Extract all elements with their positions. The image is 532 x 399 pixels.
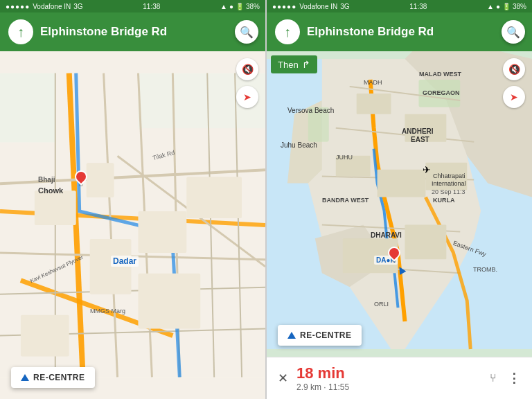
goregaon-label: GOREGAON	[423, 89, 460, 96]
svg-rect-16	[378, 170, 426, 197]
date-label: 20 Sep 11:3	[432, 188, 466, 195]
more-options-button[interactable]: ⋮	[508, 371, 521, 386]
right-phone: ●●●●● Vodafone IN 3G 11:38 ▲ ● 🔋 38% Elp…	[267, 0, 532, 399]
svg-rect-18	[405, 224, 446, 259]
then-banner: Then ↱	[271, 55, 317, 73]
left-map-svg	[0, 51, 265, 399]
route-details: 2.9 km · 11:55	[296, 382, 490, 392]
signal-dots: ●●●●●	[6, 3, 30, 10]
close-button[interactable]: ✕	[278, 371, 288, 386]
right-search-icon: 🔍	[506, 26, 520, 39]
right-recentre-button[interactable]: RE-CENTRE	[278, 325, 362, 346]
right-nav-header: Elphinstone Bridge Rd 🔍	[267, 12, 532, 51]
time-display: 11:38	[143, 3, 160, 10]
bhaji-label: Bhaji	[38, 176, 55, 184]
close-icon: ✕	[278, 371, 288, 385]
airport-icon: ✈	[423, 164, 431, 175]
andheri-east-label: ANDHERI	[402, 127, 434, 135]
left-map[interactable]: Bhaji Chowk Dadar Tilak Rd MMGS Marg Kav…	[0, 51, 265, 399]
dadar-label: Dadar	[111, 256, 139, 267]
svg-rect-3	[35, 190, 76, 225]
malad-west-label: MALAD WEST	[419, 71, 461, 78]
svg-rect-6	[138, 211, 186, 253]
right-recentre-triangle-icon	[287, 332, 296, 339]
carrier: Vodafone IN	[33, 3, 71, 10]
bandra-west-label: BANDRA WEST	[322, 197, 369, 204]
wifi-icon: ●	[229, 3, 233, 10]
right-map-svg	[267, 51, 532, 357]
orli-label: ORLI	[374, 301, 389, 308]
versova-beach-label: Versova Beach	[287, 107, 334, 114]
battery-pct: 38%	[246, 3, 260, 10]
right-gps-button[interactable]: ➤	[503, 86, 525, 108]
svg-rect-4	[87, 163, 114, 197]
kurla-label: KURLA	[433, 197, 455, 204]
then-label: Then	[278, 60, 299, 70]
right-nav-bottom: ✕ 18 min 2.9 km · 11:55 ⑂ ⋮	[267, 357, 532, 399]
left-location-pin	[75, 170, 87, 186]
right-signal-dots: ●●●●●	[272, 3, 296, 10]
right-up-arrow-icon[interactable]	[275, 19, 300, 44]
up-arrow-icon[interactable]	[8, 19, 33, 44]
international-label: International	[432, 180, 466, 187]
left-status-bar: ●●●●● Vodafone IN 3G 11:38 ▲ ● 🔋 38%	[0, 0, 265, 12]
svg-rect-13	[357, 94, 391, 114]
left-mute-button[interactable]: 🔇	[236, 58, 258, 80]
juhu-label: JUHU	[336, 154, 353, 161]
signal-icon: ▲	[220, 3, 227, 10]
svg-rect-1	[0, 73, 55, 143]
screenshots-container: ●●●●● Vodafone IN 3G 11:38 ▲ ● 🔋 38% Elp…	[0, 0, 532, 399]
chhatrapati-label: Chhatrapati	[433, 172, 466, 179]
turn-right-icon: ↱	[302, 59, 310, 70]
battery-icon: 🔋	[236, 3, 244, 10]
search-icon: 🔍	[240, 26, 254, 39]
right-mute-button[interactable]: 🔇	[503, 58, 525, 80]
mmgs-marg-label: MMGS Marg	[90, 308, 125, 314]
dharavi-label: DHARAVI	[371, 231, 402, 239]
distance-value: 2.9 km	[296, 382, 321, 392]
network-type: 3G	[73, 3, 82, 10]
svg-rect-8	[138, 274, 200, 329]
left-map-controls: 🔇 ➤	[236, 58, 258, 108]
route-options-button[interactable]: ⑂	[490, 372, 497, 384]
chowk-label: Chowk	[38, 186, 63, 195]
right-wifi-icon: ●	[496, 3, 500, 10]
left-phone: ●●●●● Vodafone IN 3G 11:38 ▲ ● 🔋 38% Elp…	[0, 0, 267, 399]
eta-time: 18 min	[296, 364, 490, 382]
right-location-pin	[388, 247, 400, 263]
right-map-controls: 🔇 ➤	[503, 58, 525, 108]
svg-rect-9	[21, 315, 69, 357]
right-network-type: 3G	[340, 3, 349, 10]
right-nav-title: Elphinstone Bridge Rd	[307, 25, 524, 39]
right-carrier: Vodafone IN	[299, 3, 337, 10]
right-recentre-label: RE-CENTRE	[300, 330, 352, 340]
right-battery-pct: 38%	[513, 3, 526, 10]
right-time-display: 11:38	[409, 3, 427, 10]
right-signal-icon: ▲	[487, 3, 494, 10]
left-nav-title: Elphinstone Bridge Rd	[40, 25, 257, 39]
arrival-time: 11:55	[328, 382, 349, 392]
svg-rect-7	[186, 177, 242, 218]
madh-label: MADH	[364, 79, 382, 86]
right-map[interactable]: MALAD WEST GOREGAON MADH Versova Beach J…	[267, 51, 532, 357]
andheri-east-sub-label: EAST	[411, 136, 429, 143]
right-search-button[interactable]: 🔍	[502, 20, 525, 44]
left-nav-header: Elphinstone Bridge Rd 🔍	[0, 12, 265, 51]
left-search-button[interactable]: 🔍	[235, 20, 258, 44]
right-battery-icon: 🔋	[502, 3, 511, 10]
left-recentre-button[interactable]: RE-CENTRE	[11, 367, 95, 388]
juhu-beach-label: Juhu Beach	[281, 141, 317, 149]
left-gps-button[interactable]: ➤	[236, 86, 258, 108]
recentre-triangle-icon	[21, 374, 29, 381]
tromb-label: TROMB.	[473, 266, 497, 273]
left-recentre-label: RE-CENTRE	[33, 373, 85, 382]
right-status-bar: ●●●●● Vodafone IN 3G 11:38 ▲ ● 🔋 38%	[267, 0, 532, 12]
